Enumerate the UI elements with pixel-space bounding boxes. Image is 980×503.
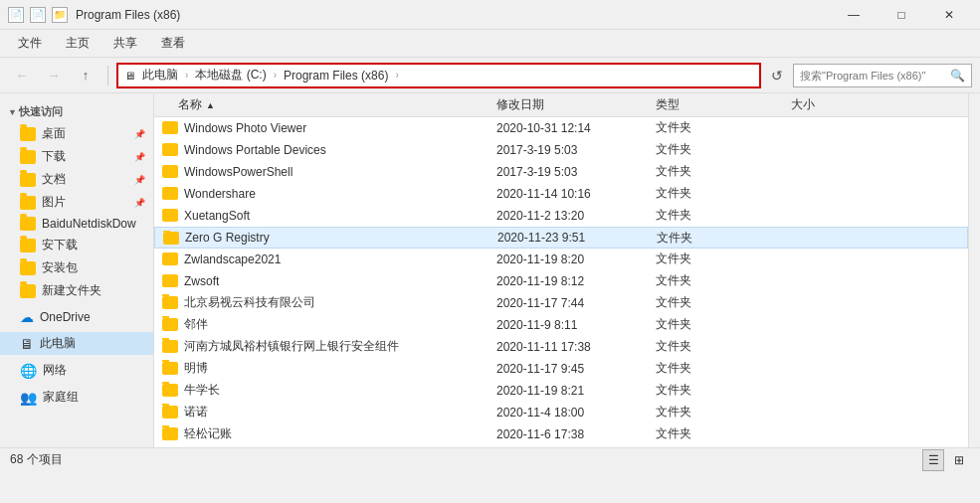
onedrive-icon: ☁ [20,309,34,325]
forward-button[interactable]: → [40,62,68,89]
file-date: 2020-11-17 7:44 [496,296,656,310]
file-date: 2020-11-19 8:20 [496,252,656,266]
file-type: 文件夹 [656,207,755,224]
file-type: 文件夹 [656,251,755,267]
computer-breadcrumb[interactable]: 🖥 [124,70,135,82]
close-button[interactable]: ✕ [926,0,972,30]
file-pane: 名称 ▲ 修改日期 类型 大小 Windows Photo Viewer 202… [154,93,968,447]
file-type: 文件夹 [656,272,755,289]
sidebar-item-anxia[interactable]: 安下载 [0,234,153,256]
col-header-type[interactable]: 类型 [656,96,755,113]
file-name: 明博 [158,360,496,377]
table-row[interactable]: 北京易视云科技有限公司 2020-11-17 7:44 文件夹 [154,292,968,314]
sidebar-item-pictures[interactable]: 图片 📌 [0,191,153,214]
table-row[interactable]: WindowsPowerShell 2017-3-19 5:03 文件夹 [154,161,968,183]
table-row[interactable]: 河南方城凤裕村镇银行网上银行安全组件 2020-11-11 17:38 文件夹 [154,336,968,358]
file-date: 2020-11-9 8:11 [496,318,656,332]
sidebar-item-packages[interactable]: 安装包 [0,256,153,279]
onedrive-section: ☁ OneDrive [0,306,153,328]
file-date: 2017-3-19 5:03 [496,143,656,157]
table-row[interactable]: Zero G Registry 2020-11-23 9:51 文件夹 [154,227,968,249]
file-name: 邻伴 [158,316,496,333]
pictures-pin-icon: 📌 [134,198,145,208]
network-section: 🌐 网络 [0,359,153,382]
refresh-button[interactable]: ↺ [765,64,789,87]
table-row[interactable]: 诺诺 2020-11-4 18:00 文件夹 [154,402,968,423]
col-header-size[interactable]: 大小 [755,96,835,113]
newdir-label: 新建文件夹 [42,282,101,299]
sidebar-item-newdir[interactable]: 新建文件夹 [0,279,153,302]
window-title: Program Files (x86) [76,8,831,22]
minimize-button[interactable]: — [831,0,877,30]
this-pc-path[interactable]: 此电脑 [139,65,181,85]
file-date: 2020-11-23 9:51 [497,231,657,245]
docs-folder-icon [20,173,36,187]
baidu-folder-icon [20,217,36,231]
table-row[interactable]: 邻伴 2020-11-9 8:11 文件夹 [154,314,968,336]
sidebar-item-desktop[interactable]: 桌面 📌 [0,122,153,145]
view-large-button[interactable]: ⊞ [948,449,970,471]
col-header-name[interactable]: 名称 ▲ [158,96,496,113]
file-name: 北京易视云科技有限公司 [158,294,496,311]
table-row[interactable]: Zwlandscape2021 2020-11-19 8:20 文件夹 [154,249,968,270]
search-box[interactable]: 🔍 [793,64,972,87]
back-button[interactable]: ← [8,62,36,89]
file-date: 2020-11-2 13:20 [496,209,656,223]
window-controls[interactable]: — □ ✕ [831,0,972,30]
maximize-button[interactable]: □ [879,0,924,30]
docs-label: 文档 [42,171,66,188]
file-type: 文件夹 [656,185,755,202]
sidebar-item-homegroup[interactable]: 👥 家庭组 [0,386,153,409]
file-name: 诺诺 [158,404,496,420]
table-row[interactable]: 牛学长 2020-11-19 8:21 文件夹 [154,380,968,402]
sidebar-item-docs[interactable]: 文档 📌 [0,168,153,191]
title-bar-icons: 📄 📄 📁 [8,7,68,23]
file-type: 文件夹 [656,294,755,311]
sidebar-item-network[interactable]: 🌐 网络 [0,359,153,382]
table-row[interactable]: XuetangSoft 2020-11-2 13:20 文件夹 [154,205,968,227]
table-row[interactable]: 明博 2020-11-17 9:45 文件夹 [154,358,968,380]
sidebar-item-downloads[interactable]: 下载 📌 [0,145,153,168]
table-row[interactable]: 轻松记账 2020-11-6 17:38 文件夹 [154,423,968,445]
main-layout: ▼ 快速访问 桌面 📌 下载 📌 文档 📌 图片 📌 [0,93,980,447]
docs-pin-icon: 📌 [134,175,145,185]
menu-home[interactable]: 主页 [56,31,99,56]
table-row[interactable]: Windows Portable Devices 2017-3-19 5:03 … [154,139,968,161]
scrollbar[interactable] [968,93,980,447]
title-icon-1: 📄 [8,7,24,23]
menu-file[interactable]: 文件 [8,31,52,56]
anxia-folder-icon [20,239,36,252]
menu-share[interactable]: 共享 [103,31,147,56]
sidebar-item-baidu[interactable]: BaiduNetdiskDow [0,214,153,234]
quick-access-header[interactable]: ▼ 快速访问 [0,101,153,122]
newdir-folder-icon [20,284,36,298]
view-details-button[interactable]: ☰ [922,449,944,471]
search-icon[interactable]: 🔍 [950,69,965,83]
quick-access-chevron: ▼ [8,107,17,117]
file-name: 河南方城凤裕村镇银行网上银行安全组件 [158,338,496,355]
table-row[interactable]: Windows Photo Viewer 2020-10-31 12:14 文件… [154,117,968,139]
sidebar-item-thispc[interactable]: 🖥 此电脑 [0,332,153,355]
sidebar-item-onedrive[interactable]: ☁ OneDrive [0,306,153,328]
table-row[interactable]: Wondershare 2020-11-14 10:16 文件夹 [154,183,968,205]
thispc-icon: 🖥 [20,336,34,352]
table-row[interactable]: Zwsoft 2020-11-19 8:12 文件夹 [154,270,968,292]
title-icon-3: 📁 [52,7,68,23]
file-name: Zero G Registry [159,231,497,245]
file-date: 2020-10-31 12:14 [496,121,656,135]
file-date: 2020-11-19 8:12 [496,274,656,288]
file-name: 牛学长 [158,382,496,399]
thispc-section: 🖥 此电脑 [0,332,153,355]
address-path[interactable]: 🖥 此电脑 › 本地磁盘 (C:) › Program Files (x86) … [116,63,761,88]
menu-view[interactable]: 查看 [151,31,195,56]
up-button[interactable]: ↑ [72,62,99,89]
pictures-label: 图片 [42,194,66,211]
search-input[interactable] [800,70,946,82]
file-name: Wondershare [158,187,496,201]
desktop-label: 桌面 [42,125,66,142]
col-header-date[interactable]: 修改日期 [496,96,656,113]
c-drive-path[interactable]: 本地磁盘 (C:) [192,65,269,85]
file-name: Zwlandscape2021 [158,252,496,266]
table-row[interactable]: 算王安装量无钥版 2020-11-17 7:58 文件夹 [154,445,968,447]
program-files-path[interactable]: Program Files (x86) [281,67,391,84]
